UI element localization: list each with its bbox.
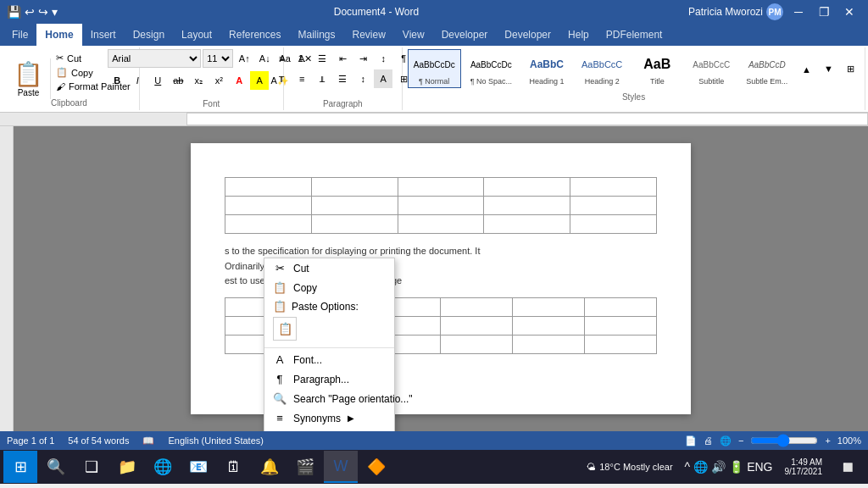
mail-btn[interactable]: 📧 bbox=[181, 451, 215, 483]
tab-developer2[interactable]: Developer bbox=[496, 24, 559, 46]
media-btn[interactable]: 🎬 bbox=[288, 451, 322, 483]
styles-more[interactable]: ⊞ bbox=[841, 59, 860, 78]
zoom-slider[interactable] bbox=[750, 434, 818, 447]
ctx-copy[interactable]: 📋 Copy bbox=[264, 278, 394, 297]
style-subtitle[interactable]: AaBbCcC Subtitle bbox=[686, 49, 737, 88]
style-normal[interactable]: AaBbCcDc ¶ Normal bbox=[408, 49, 461, 88]
bullets-btn[interactable]: ≡ bbox=[272, 49, 291, 68]
lang-icon[interactable]: ENG bbox=[747, 460, 772, 474]
battery-icon: 🔋 bbox=[729, 460, 743, 474]
save-qa-btn[interactable]: 💾 bbox=[7, 5, 21, 19]
ribbon: 📋 Paste ✂ Cut 📋 Copy 🖌 Format Painter Cl… bbox=[0, 46, 868, 113]
undo-qa-btn[interactable]: ↩ bbox=[25, 5, 35, 19]
style-heading1[interactable]: AaBbC Heading 1 bbox=[521, 49, 572, 88]
tab-review[interactable]: Review bbox=[343, 24, 393, 46]
style-no-spacing[interactable]: AaBbCcDc ¶ No Spac... bbox=[465, 49, 518, 88]
italic-button[interactable]: I bbox=[128, 71, 147, 90]
tab-insert[interactable]: Insert bbox=[82, 24, 125, 46]
ctx-font[interactable]: A Font... bbox=[264, 350, 394, 369]
calendar-btn[interactable]: 🗓 bbox=[217, 451, 251, 483]
tab-developer[interactable]: Developer bbox=[433, 24, 497, 46]
word-taskbar-btn[interactable]: W bbox=[324, 451, 358, 483]
decrease-indent-btn[interactable]: ⇤ bbox=[333, 49, 352, 68]
tab-mailings[interactable]: Mailings bbox=[289, 24, 343, 46]
edge-btn[interactable]: 🌐 bbox=[146, 451, 180, 483]
clipboard-label: Clipboard bbox=[51, 96, 136, 108]
tab-references[interactable]: References bbox=[220, 24, 289, 46]
shrink-font-btn[interactable]: A↓ bbox=[255, 49, 274, 68]
style-heading2[interactable]: AaBbCcC Heading 2 bbox=[576, 49, 628, 88]
paragraph-label: Paragraph bbox=[323, 97, 363, 108]
show-desktop-btn[interactable]: ⬜ bbox=[831, 451, 865, 483]
zoom-in-btn[interactable]: + bbox=[825, 435, 830, 446]
increase-indent-btn[interactable]: ⇥ bbox=[353, 49, 372, 68]
tab-view[interactable]: View bbox=[394, 24, 433, 46]
ctx-paragraph[interactable]: ¶ Paragraph... bbox=[264, 369, 394, 389]
paste-button[interactable]: 📋 Paste bbox=[7, 58, 51, 99]
multilevel-btn[interactable]: ☰ bbox=[313, 49, 331, 68]
style-subtle-em[interactable]: AaBbCcD Subtle Em... bbox=[740, 49, 793, 88]
numbering-btn[interactable]: 1. bbox=[292, 49, 311, 68]
bold-button[interactable]: B bbox=[108, 71, 126, 90]
tab-help[interactable]: Help bbox=[559, 24, 598, 46]
vlc-btn[interactable]: 🔶 bbox=[359, 451, 393, 483]
ctx-search[interactable]: 🔍 Search "Page orientatio..." bbox=[264, 389, 394, 408]
file-explorer-btn[interactable]: 📁 bbox=[110, 451, 144, 483]
window-title: Document4 - Word bbox=[64, 6, 688, 18]
align-center-btn[interactable]: ≡ bbox=[292, 69, 311, 88]
customize-qa-btn[interactable]: ▾ bbox=[52, 5, 58, 19]
tab-pdfelement[interactable]: PDFelement bbox=[598, 24, 671, 46]
search-btn[interactable]: 🔍 bbox=[39, 451, 73, 483]
underline-button[interactable]: U bbox=[148, 71, 167, 90]
table-cell bbox=[570, 215, 657, 234]
shading-btn[interactable]: A bbox=[374, 69, 392, 88]
view-web-btn[interactable]: 🌐 bbox=[720, 435, 732, 446]
justify-btn[interactable]: ☰ bbox=[333, 69, 352, 88]
ctx-synonyms[interactable]: ≡ Synonyms bbox=[264, 408, 394, 428]
tab-home[interactable]: Home bbox=[36, 24, 81, 46]
redo-qa-btn[interactable]: ↪ bbox=[38, 5, 48, 19]
user-avatar[interactable]: PM bbox=[766, 3, 783, 20]
line-spacing-btn[interactable]: ↕ bbox=[353, 69, 372, 88]
start-button[interactable]: ⊞ bbox=[3, 451, 37, 483]
user-name: Patricia Mworozi bbox=[688, 6, 763, 18]
main-area: s to the specification for displaying or… bbox=[0, 126, 868, 431]
clock-date: 9/17/2021 bbox=[785, 467, 823, 476]
font-family-select[interactable]: Arial bbox=[108, 49, 201, 68]
superscript-btn[interactable]: x² bbox=[209, 71, 228, 90]
minimize-btn[interactable]: ─ bbox=[787, 3, 810, 20]
grow-font-btn[interactable]: A↑ bbox=[235, 49, 253, 68]
paste-keep-source-btn[interactable]: 📋 bbox=[273, 317, 297, 341]
font-color-btn[interactable]: A bbox=[230, 71, 248, 90]
tab-layout[interactable]: Layout bbox=[173, 24, 220, 46]
task-view-btn[interactable]: ❑ bbox=[75, 451, 108, 483]
volume-icon[interactable]: 🔊 bbox=[711, 460, 726, 474]
subscript-btn[interactable]: x₂ bbox=[189, 71, 208, 90]
style-title[interactable]: AaB Title bbox=[632, 49, 682, 88]
highlight-btn[interactable]: A bbox=[250, 71, 269, 90]
document-area[interactable]: s to the specification for displaying or… bbox=[14, 126, 868, 431]
upper-table bbox=[225, 177, 657, 234]
font-size-select[interactable]: 11 bbox=[203, 49, 233, 68]
ctx-translate[interactable]: 🌐 Translate bbox=[264, 428, 394, 431]
styles-scroll-down[interactable]: ▼ bbox=[819, 59, 837, 78]
notification-btn[interactable]: 🔔 bbox=[253, 451, 287, 483]
ctx-cut[interactable]: ✂ Cut bbox=[264, 258, 394, 278]
view-read-btn[interactable]: 📄 bbox=[685, 435, 697, 446]
language-status: English (United States) bbox=[168, 435, 264, 446]
table-cell bbox=[585, 317, 657, 336]
clock-display[interactable]: 1:49 AM 9/17/2021 bbox=[778, 458, 830, 476]
sort-btn[interactable]: ↕ bbox=[374, 49, 392, 68]
taskbar: ⊞ 🔍 ❑ 📁 🌐 📧 🗓 🔔 🎬 W 🔶 🌤 18°C Mostly clea… bbox=[0, 450, 868, 484]
restore-btn[interactable]: ❐ bbox=[812, 3, 836, 20]
zoom-out-btn[interactable]: − bbox=[738, 435, 743, 446]
align-right-btn[interactable]: ⫫ bbox=[313, 69, 331, 88]
close-btn[interactable]: ✕ bbox=[837, 3, 861, 20]
styles-scroll-up[interactable]: ▲ bbox=[797, 60, 815, 79]
align-left-btn[interactable]: ⫪ bbox=[272, 69, 291, 88]
strikethrough-btn[interactable]: ab bbox=[169, 71, 187, 90]
view-print-btn[interactable]: 🖨 bbox=[704, 435, 713, 446]
tab-design[interactable]: Design bbox=[125, 24, 173, 46]
tab-file[interactable]: File bbox=[3, 24, 36, 46]
show-hidden-btn[interactable]: ^ bbox=[685, 460, 691, 474]
